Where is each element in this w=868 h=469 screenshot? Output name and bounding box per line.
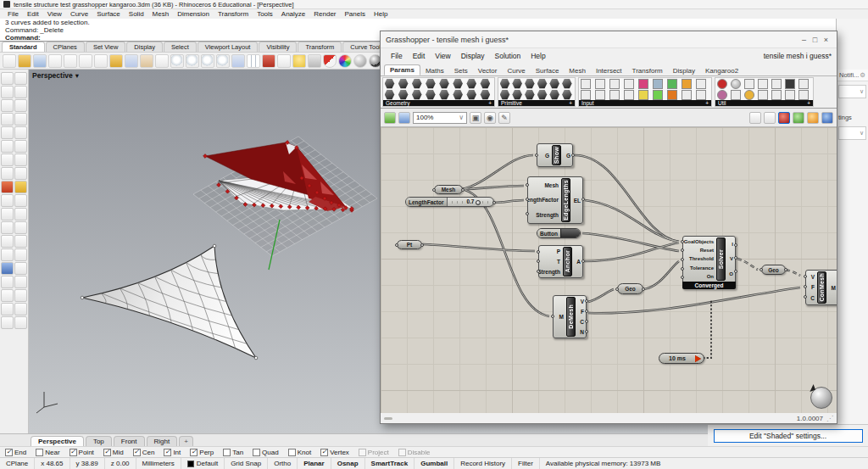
slider-track[interactable]: 0.7	[448, 198, 493, 206]
grasshopper-titlebar[interactable]: Grasshopper - tensile mesh i guess* – □ …	[381, 31, 837, 48]
menu-solid[interactable]: Solid	[125, 10, 148, 18]
tool-icon[interactable]	[1, 303, 14, 315]
gh-component-icon[interactable]	[537, 90, 548, 100]
toolbar-tab-viewport-layout[interactable]: Viewport Layout	[198, 42, 259, 52]
gh-component-icon[interactable]	[624, 79, 634, 89]
menu-curve[interactable]: Curve	[66, 10, 92, 18]
gh-component-icon[interactable]	[562, 79, 572, 89]
minimize-button[interactable]: –	[798, 36, 810, 44]
tool-icon[interactable]	[14, 140, 27, 153]
menu-render[interactable]: Render	[309, 10, 340, 18]
menu-panels[interactable]: Panels	[341, 10, 370, 18]
viewport-tab-right[interactable]: Right	[147, 436, 178, 446]
viewport-layout-icon[interactable]	[247, 54, 260, 68]
gh-tab-params[interactable]: Params	[384, 64, 420, 75]
toggle-filter[interactable]: Filter	[512, 458, 540, 469]
gh-component-icon[interactable]	[595, 90, 605, 100]
gh-component-icon[interactable]	[453, 79, 463, 89]
tool-icon[interactable]	[1, 208, 14, 221]
gh-component-icon[interactable]	[638, 90, 648, 100]
gh-tab-mesh[interactable]: Mesh	[564, 66, 591, 75]
gh-group-label[interactable]: Util+	[715, 100, 813, 106]
gh-component-icon[interactable]	[398, 90, 409, 100]
undo-icon[interactable]	[125, 54, 138, 68]
gh-component-icon[interactable]	[480, 79, 490, 89]
tool-icon[interactable]	[1, 140, 14, 153]
viewport-title-menu[interactable]: Perspective▾	[32, 71, 79, 80]
gh-menu-view[interactable]: View	[430, 52, 455, 60]
canvas-compass-widget[interactable]	[810, 387, 832, 409]
osnap-disable[interactable]: ✓Disable	[398, 449, 431, 456]
gh-component-icon[interactable]	[667, 79, 677, 89]
white-tensile-surface[interactable]	[81, 244, 258, 360]
gh-document-name[interactable]: tensile mesh i guess*	[551, 52, 832, 60]
toolbar-tab-setview[interactable]: Set View	[86, 42, 125, 52]
tool-icon[interactable]	[14, 303, 27, 315]
tool-icon[interactable]	[14, 235, 27, 248]
gh-component-icon[interactable]	[412, 79, 422, 89]
menu-transform[interactable]: Transform	[214, 10, 253, 18]
notifications-panel-tab[interactable]: Notifi... ⚙	[837, 70, 868, 81]
surface-corner-point[interactable]	[213, 244, 216, 248]
toggle-grid-snap[interactable]: Grid Snap	[225, 458, 268, 469]
gh-node-solver[interactable]: GoalObjects Reset Threshold Tolerance On…	[682, 236, 736, 289]
gh-component-icon[interactable]	[512, 90, 522, 100]
gh-component-icon[interactable]	[609, 79, 620, 89]
toolbar-tab-visibility[interactable]: Visibility	[259, 42, 297, 52]
tool-icon[interactable]	[1, 113, 14, 126]
gh-component-icon[interactable]	[426, 79, 436, 89]
osnap-near[interactable]: ✓Near	[36, 449, 59, 456]
tool-icon[interactable]	[14, 126, 27, 139]
osnap-project[interactable]: ✓Project	[359, 449, 389, 456]
gh-component-icon[interactable]	[744, 90, 754, 100]
display-settings-icon[interactable]	[821, 112, 833, 124]
zoom-selected-icon[interactable]	[216, 54, 230, 68]
gh-timer[interactable]: 10 ms	[659, 353, 704, 364]
color-wheel-icon[interactable]	[338, 54, 352, 68]
hide-objects-icon[interactable]	[277, 54, 291, 68]
gh-component-icon[interactable]	[771, 90, 782, 100]
export-icon[interactable]	[64, 54, 77, 68]
zoom-level-select[interactable]: 100%∨	[413, 112, 467, 124]
print-icon[interactable]	[48, 54, 62, 68]
viewport-tab-top[interactable]: Top	[86, 436, 112, 446]
gh-component-icon[interactable]	[696, 79, 706, 89]
gh-tab-sets[interactable]: Sets	[449, 66, 473, 75]
tool-icon[interactable]	[14, 72, 27, 85]
gh-component-icon[interactable]	[696, 90, 706, 100]
display-mode-icon[interactable]	[262, 54, 275, 68]
menu-edit[interactable]: Edit	[23, 10, 43, 18]
tool-icon[interactable]	[14, 154, 27, 166]
save-document-icon[interactable]	[398, 112, 410, 124]
gh-component-icon[interactable]	[385, 90, 395, 100]
viewport-dropdown-icon[interactable]: ▾	[73, 71, 79, 80]
gh-component-icon[interactable]	[466, 90, 476, 100]
tool-icon[interactable]	[1, 181, 14, 193]
osnap-knot[interactable]: ✓Knot	[288, 449, 311, 456]
gh-tab-kangaroo2[interactable]: Kangaroo2	[700, 66, 743, 75]
gh-menu-solution[interactable]: Solution	[490, 52, 526, 60]
tool-icon[interactable]	[14, 262, 27, 275]
close-button[interactable]: ×	[821, 36, 832, 44]
gh-menu-edit[interactable]: Edit	[408, 52, 431, 60]
viewport-tab-front[interactable]: Front	[114, 436, 145, 446]
tool-icon[interactable]	[14, 99, 27, 112]
gh-component-icon[interactable]	[480, 90, 490, 100]
toggle-planar[interactable]: Planar	[298, 458, 331, 469]
menu-help[interactable]: Help	[370, 10, 392, 18]
gh-param-mesh[interactable]: Mesh	[434, 185, 463, 194]
cplane-indicator[interactable]: CPlane	[0, 458, 35, 469]
panel-dropdown[interactable]: ∨	[838, 126, 866, 140]
gh-component-icon[interactable]	[537, 79, 548, 89]
gh-component-icon[interactable]	[798, 90, 809, 100]
layer-state-icon[interactable]	[292, 54, 306, 68]
osnap-tan[interactable]: ✓Tan	[223, 449, 243, 456]
tool-icon[interactable]	[1, 154, 14, 166]
toggle-gumball[interactable]: Gumball	[415, 458, 454, 469]
toggle-smarttrack[interactable]: SmartTrack	[365, 458, 415, 469]
edit-shaded-settings-button[interactable]: Edit "Shaded" settings...	[714, 429, 863, 443]
timer-play-icon[interactable]	[695, 355, 701, 362]
gh-component-icon[interactable]	[771, 79, 782, 89]
preview-shaded-icon[interactable]	[778, 112, 790, 124]
tool-icon[interactable]	[14, 194, 27, 207]
